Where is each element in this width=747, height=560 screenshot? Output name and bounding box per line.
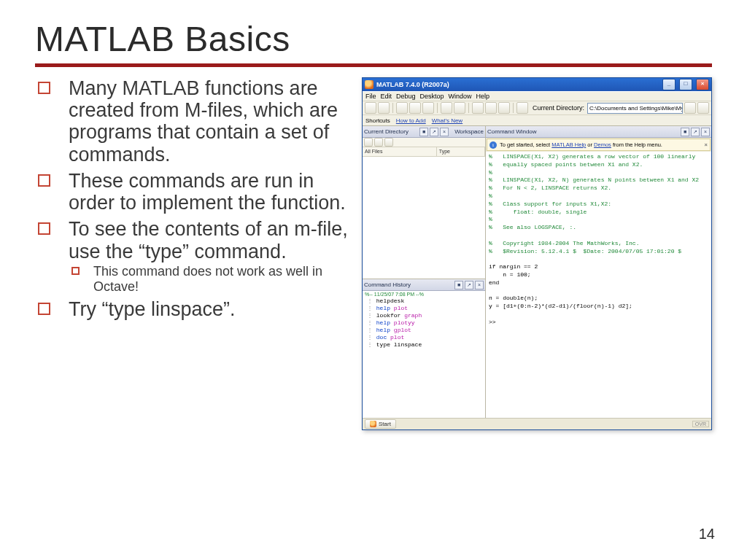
left-panes: Current Directory ■ ↗ × Workspace xyxy=(363,126,486,418)
hint-link-help[interactable]: MATLAB Help xyxy=(551,141,586,148)
simulink-icon[interactable] xyxy=(472,102,484,114)
cut-icon[interactable] xyxy=(396,102,408,114)
pane-close-icon[interactable]: × xyxy=(701,128,710,136)
matlab-window: MATLAB 7.4.0 (R2007a) _ □ × File Edit De… xyxy=(362,77,712,430)
col-type[interactable]: Type xyxy=(437,147,485,156)
bullet-text: To see the contents of an m-file, use th… xyxy=(69,218,348,262)
window-titlebar[interactable]: MATLAB 7.4.0 (R2007a) _ □ × xyxy=(363,78,711,91)
screenshot-column: MATLAB 7.4.0 (R2007a) _ □ × File Edit De… xyxy=(362,77,712,430)
start-label: Start xyxy=(379,421,391,427)
copy-icon[interactable] xyxy=(409,102,421,114)
pane-undock-icon[interactable]: ↗ xyxy=(691,128,700,136)
guide-icon[interactable] xyxy=(485,102,497,114)
bullet-column: Many MATLAB functions are created from M… xyxy=(35,77,355,324)
hint-text: To get started, select MATLAB Help or De… xyxy=(500,141,662,148)
toolbar: Current Directory: C:\Documents and Sett… xyxy=(363,101,711,115)
hint-prefix: To get started, select xyxy=(500,141,551,148)
up-icon[interactable] xyxy=(374,138,383,147)
hint-close-icon[interactable]: × xyxy=(705,141,708,148)
col-all-files[interactable]: All Files xyxy=(363,147,437,156)
pane-dock-icon[interactable]: ■ xyxy=(454,281,463,289)
current-directory-input[interactable]: C:\Documents and Settings\Mike\My Docume… xyxy=(587,103,683,114)
current-directory-label: Current Directory: xyxy=(533,104,584,112)
history-session: %-- 11/25/07 7:08 PM --% xyxy=(363,291,485,298)
directory-columns: All Files Type xyxy=(363,147,485,157)
history-item[interactable]: ⋮ type linspace xyxy=(367,341,485,349)
shortcut-how-to-add[interactable]: How to Add xyxy=(396,117,426,124)
history-item[interactable]: ⋮ helpdesk xyxy=(367,298,485,305)
paste-icon[interactable] xyxy=(422,102,434,114)
new-icon[interactable] xyxy=(365,102,376,114)
matlab-icon xyxy=(365,80,374,89)
page-number: 14 xyxy=(699,526,715,542)
status-bar: Start OVR xyxy=(363,418,711,429)
hint-link-demos[interactable]: Demos xyxy=(594,141,611,148)
undo-icon[interactable] xyxy=(441,102,452,114)
pane-titlebar[interactable]: Command History ■ ↗ × xyxy=(363,279,485,291)
browse-folder-icon[interactable] xyxy=(684,102,696,114)
open-icon[interactable] xyxy=(378,102,390,114)
history-item[interactable]: ⋮ help plotyy xyxy=(367,319,485,327)
pane-dock-icon[interactable]: ■ xyxy=(419,128,428,136)
menu-item-help[interactable]: Help xyxy=(476,93,490,100)
pane-titlebar[interactable]: Command Window ■ ↗ × xyxy=(486,126,711,138)
bullet-item: Try “type linspace”. xyxy=(35,298,355,320)
pane-dock-icon[interactable]: ■ xyxy=(681,128,689,136)
menu-item-edit[interactable]: Edit xyxy=(381,93,392,100)
ovr-indicator: OVR xyxy=(692,421,709,427)
command-history-pane: Command History ■ ↗ × %-- 11/25/07 7:08 … xyxy=(363,279,485,418)
pane-titlebar[interactable]: Current Directory ■ ↗ × Workspace xyxy=(363,126,485,138)
redo-icon[interactable] xyxy=(454,102,465,114)
slide-body: Many MATLAB functions are created from M… xyxy=(35,77,712,430)
shortcut-whats-new[interactable]: What's New xyxy=(432,117,462,124)
hint-suffix: from the Help menu. xyxy=(611,141,662,148)
profiler-icon[interactable] xyxy=(498,102,510,114)
pane-undock-icon[interactable]: ↗ xyxy=(430,128,438,136)
bullet-item: Many MATLAB functions are created from M… xyxy=(35,77,355,166)
folder-icon[interactable] xyxy=(364,138,373,147)
matlab-start-icon xyxy=(370,421,376,427)
history-list: ⋮ helpdesk⋮ help plot⋮ lookfor graph⋮ he… xyxy=(363,298,485,349)
pane-title-text: Command History xyxy=(364,281,411,288)
title-rule xyxy=(35,63,712,67)
bullet-item: To see the contents of an m-file, use th… xyxy=(35,218,355,294)
pane-close-icon[interactable]: × xyxy=(440,128,449,136)
start-button[interactable]: Start xyxy=(365,419,396,429)
command-window-body[interactable]: % LINSPACE(X1, X2) generates a row vecto… xyxy=(486,152,711,418)
menu-item-file[interactable]: File xyxy=(365,93,376,100)
pane-undock-icon[interactable]: ↗ xyxy=(465,281,473,289)
pane-container: Current Directory ■ ↗ × Workspace xyxy=(363,126,711,418)
tab-workspace[interactable]: Workspace xyxy=(454,128,484,135)
sub-bullet-item: This command does not work as well in Oc… xyxy=(69,264,355,294)
close-button[interactable]: × xyxy=(696,79,709,90)
directory-toolbar xyxy=(363,138,485,147)
find-icon[interactable] xyxy=(384,138,393,147)
directory-body[interactable] xyxy=(363,157,485,279)
current-directory-pane: Current Directory ■ ↗ × Workspace xyxy=(363,126,485,279)
maximize-button[interactable]: □ xyxy=(679,79,692,90)
slide-title: MATLAB Basics xyxy=(35,19,712,59)
menu-item-window[interactable]: Window xyxy=(449,93,472,100)
menu-bar: File Edit Debug Desktop Window Help xyxy=(363,91,711,101)
pane-title-text: Current Directory xyxy=(364,128,409,135)
pane-title-text: Command Window xyxy=(487,128,537,135)
sub-bullet-list: This command does not work as well in Oc… xyxy=(69,264,355,294)
history-item[interactable]: ⋮ doc plot xyxy=(367,334,485,341)
history-item[interactable]: ⋮ help gplot xyxy=(367,327,485,334)
help-icon[interactable] xyxy=(516,102,528,114)
getting-started-hint: i To get started, select MATLAB Help or … xyxy=(487,139,711,151)
shortcuts-label: Shortcuts xyxy=(365,117,390,124)
shortcuts-bar: Shortcuts How to Add What's New xyxy=(363,115,711,126)
menu-item-desktop[interactable]: Desktop xyxy=(420,93,444,100)
pane-close-icon[interactable]: × xyxy=(475,281,484,289)
menu-item-debug[interactable]: Debug xyxy=(396,93,416,100)
history-body[interactable]: %-- 11/25/07 7:08 PM --% ⋮ helpdesk⋮ hel… xyxy=(363,291,485,418)
history-item[interactable]: ⋮ lookfor graph xyxy=(367,312,485,319)
info-icon: i xyxy=(489,141,497,149)
bullet-item: These commands are run in order to imple… xyxy=(35,170,355,214)
slide: MATLAB Basics Many MATLAB functions are … xyxy=(0,0,747,560)
up-folder-icon[interactable] xyxy=(697,102,709,114)
hint-mid: or xyxy=(586,141,594,148)
minimize-button[interactable]: _ xyxy=(662,79,676,90)
history-item[interactable]: ⋮ help plot xyxy=(367,305,485,312)
